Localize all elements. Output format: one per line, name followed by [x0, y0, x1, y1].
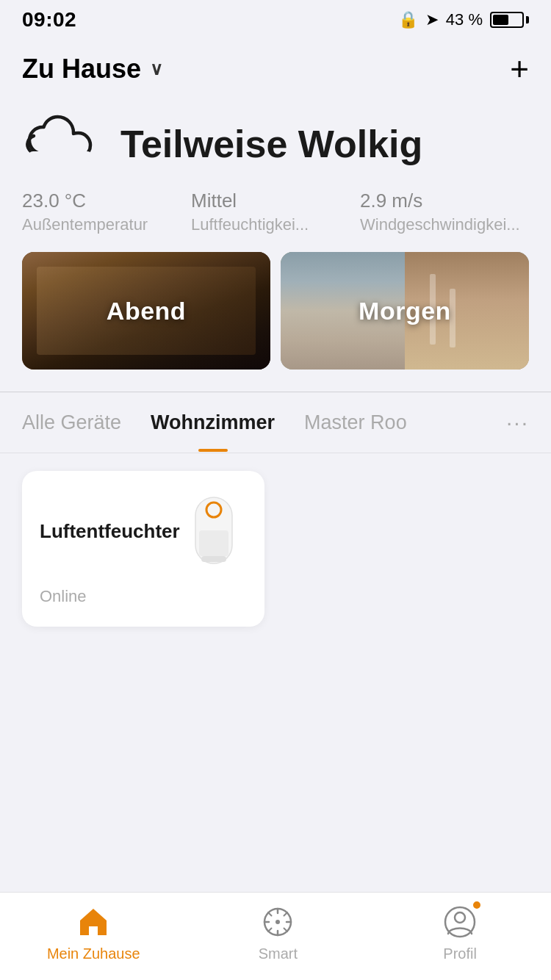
profile-notification-badge	[472, 900, 482, 910]
bottom-navigation: Mein Zuhause Smart	[0, 892, 551, 980]
svg-rect-0	[28, 151, 93, 162]
tabs-more-button[interactable]: ···	[506, 392, 529, 453]
status-time: 09:02	[22, 8, 76, 32]
svg-rect-4	[201, 556, 226, 562]
weather-stat-wind: 2.9 m/s Windgeschwindigkei...	[360, 190, 529, 234]
temp-value: 23.0 °C	[22, 190, 191, 212]
humidity-value: Mittel	[191, 190, 360, 212]
temp-label: Außentemperatur	[22, 215, 191, 234]
battery-icon	[490, 12, 529, 28]
dehumidifier-icon	[181, 491, 247, 572]
svg-line-13	[284, 912, 288, 916]
devices-section: Luftentfeuchter Online	[0, 453, 551, 644]
status-bar: 09:02 🔒 ➤ 43 %	[0, 0, 551, 40]
scene-morgen-label: Morgen	[281, 252, 529, 370]
tab-alle-geraete[interactable]: Alle Geräte	[22, 394, 121, 452]
profil-nav-label: Profil	[443, 945, 477, 962]
svg-rect-3	[199, 530, 228, 556]
status-icons: 🔒 ➤ 43 %	[398, 10, 529, 29]
home-nav-icon	[74, 903, 112, 941]
humidity-label: Luftfeuchtigkei...	[191, 215, 360, 234]
svg-point-16	[455, 912, 465, 923]
device-card-luftentfeuchter[interactable]: Luftentfeuchter Online	[22, 471, 264, 627]
add-button[interactable]: +	[510, 53, 529, 85]
tab-master-roo[interactable]: Master Roo	[304, 394, 407, 452]
weather-stats: 23.0 °C Außentemperatur Mittel Luftfeuch…	[0, 182, 551, 252]
home-nav-label: Mein Zuhause	[47, 945, 140, 962]
profile-nav-icon	[441, 903, 479, 941]
scene-card-morgen[interactable]: Morgen	[281, 252, 529, 370]
cloud-icon	[22, 113, 103, 175]
device-name: Luftentfeuchter	[40, 519, 172, 544]
svg-line-12	[284, 929, 288, 932]
chevron-down-icon: ∨	[150, 59, 163, 79]
smart-nav-label: Smart	[259, 945, 298, 962]
nav-item-mein-zuhause[interactable]: Mein Zuhause	[47, 903, 140, 962]
svg-line-14	[268, 929, 272, 932]
tab-wohnzimmer[interactable]: Wohnzimmer	[151, 394, 275, 452]
nav-item-smart[interactable]: Smart	[234, 903, 322, 962]
home-selector[interactable]: Zu Hause ∨	[22, 54, 163, 84]
weather-stat-temp: 23.0 °C Außentemperatur	[22, 190, 191, 234]
tab-active-indicator	[198, 449, 228, 452]
weather-stat-humidity: Mittel Luftfeuchtigkei...	[191, 190, 360, 234]
nav-item-profil[interactable]: Profil	[416, 903, 504, 962]
smart-nav-icon	[259, 903, 297, 941]
battery-percent: 43 %	[446, 10, 483, 29]
home-name: Zu Hause	[22, 54, 141, 84]
wind-value: 2.9 m/s	[360, 190, 529, 212]
location-icon: ➤	[425, 10, 439, 29]
lock-icon: 🔒	[398, 10, 418, 29]
svg-line-11	[268, 912, 272, 916]
app-header: Zu Hause ∨ +	[0, 40, 551, 98]
scene-abend-label: Abend	[22, 252, 270, 370]
svg-point-6	[276, 920, 280, 924]
room-tabs: Alle Geräte Wohnzimmer Master Roo ···	[0, 392, 551, 453]
wind-label: Windgeschwindigkei...	[360, 215, 529, 234]
scene-card-abend[interactable]: Abend	[22, 252, 270, 370]
scene-cards: Abend Morgen	[0, 252, 551, 370]
device-status: Online	[40, 587, 247, 606]
weather-condition: Teilweise Wolkig	[120, 122, 422, 166]
weather-section: Teilweise Wolkig	[0, 98, 551, 182]
